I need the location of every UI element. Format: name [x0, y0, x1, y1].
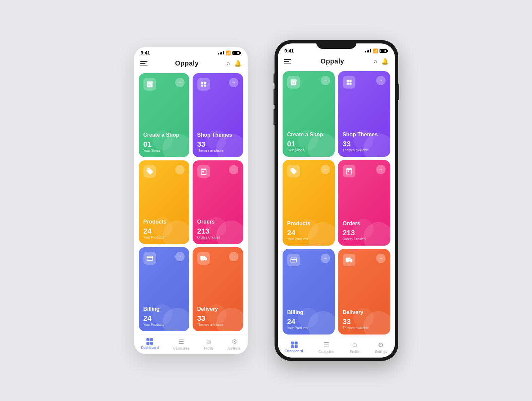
card-number: 33: [197, 141, 238, 148]
card-number-m: 33: [343, 140, 386, 148]
card-billing-m[interactable]: → Billing 24 Your Products: [283, 249, 335, 335]
phone-modern-inner: 9:41 📶 Oppaly ⌕ 🔔: [278, 43, 395, 358]
dashboard-icon: [146, 338, 153, 345]
battery-icon: [232, 51, 241, 55]
dashboard-icon-m: [291, 342, 298, 348]
card-title: Delivery: [197, 306, 238, 312]
cards-grid-flat: → Create a Shop 01 Your Shops → Shop The…: [134, 71, 248, 335]
nav-categories-m[interactable]: ☰ Categories: [318, 341, 334, 354]
battery-icon-modern: [380, 49, 388, 53]
nav-categories[interactable]: ☰ Categories: [173, 338, 189, 350]
card-billing[interactable]: → Billing 24 Your Products: [139, 247, 189, 331]
card-title: Products: [143, 219, 185, 225]
wifi-icon: 📶: [225, 50, 231, 55]
bell-icon-modern[interactable]: 🔔: [381, 58, 389, 65]
arrow-icon-m: →: [321, 165, 330, 174]
card-title-m: Create a Shop: [287, 132, 330, 138]
phone-modern: 9:41 📶 Oppaly ⌕ 🔔: [275, 40, 398, 361]
app-header: Oppaly ⌕ 🔔: [134, 57, 248, 71]
card-title: Shop Themes: [197, 132, 238, 138]
profile-icon-m: ☺: [351, 341, 358, 349]
arrow-icon: →: [229, 165, 238, 174]
billing-icon-m: [287, 254, 300, 266]
card-orders-m[interactable]: → Orders 213 Orders Created: [338, 160, 390, 246]
nav-label-dashboard-m: Dashboard: [286, 349, 303, 353]
nav-label-categories: Categories: [173, 347, 189, 350]
truck-icon-m: [343, 254, 355, 266]
shop-icon: [143, 78, 156, 91]
wifi-icon-modern: 📶: [373, 48, 378, 53]
signal-icon: [218, 51, 224, 54]
app-header-modern: Oppaly ⌕ 🔔: [278, 55, 395, 69]
card-title-m: Orders: [343, 221, 386, 227]
status-icons: 📶: [218, 50, 241, 55]
profile-icon: ☺: [205, 338, 212, 346]
menu-icon-modern[interactable]: [284, 59, 291, 64]
card-delivery-m[interactable]: → Delivery 33 Themes available: [338, 249, 390, 335]
card-products[interactable]: → Products 24 Your Products: [139, 160, 189, 244]
menu-icon[interactable]: [140, 61, 147, 66]
card-number-m: 213: [343, 229, 386, 237]
bell-icon[interactable]: 🔔: [234, 60, 241, 67]
search-icon[interactable]: ⌕: [226, 60, 230, 67]
side-button-left3: [274, 109, 275, 125]
billing-icon: [143, 252, 156, 265]
tag-icon-m: [287, 165, 300, 177]
card-number: 213: [197, 228, 238, 235]
status-time: 9:41: [141, 50, 150, 55]
card-subtitle: Themes available: [197, 323, 238, 326]
arrow-icon: →: [175, 78, 185, 87]
arrow-icon-m: →: [376, 254, 386, 263]
card-subtitle-m: Themes available: [343, 326, 386, 330]
nav-label-categories-m: Categories: [318, 350, 334, 354]
arrow-icon-m: →: [376, 165, 386, 174]
arrow-icon-m: →: [376, 76, 386, 85]
card-subtitle: Your Products: [143, 236, 185, 239]
nav-label-profile: Profile: [204, 347, 213, 350]
app-title: Oppaly: [175, 59, 199, 67]
card-subtitle: Your Shops: [143, 149, 185, 152]
status-time-modern: 9:41: [285, 48, 294, 53]
nav-label-settings: Settings: [228, 347, 240, 350]
card-subtitle: Your Products: [143, 323, 185, 326]
app-title-modern: Oppaly: [321, 57, 344, 65]
phone-flat: 9:41 📶 Oppaly ⌕ 🔔: [134, 47, 248, 354]
card-products-m[interactable]: → Products 24 Your Products: [283, 160, 335, 246]
arrow-icon-m: →: [321, 76, 330, 85]
card-number: 24: [143, 228, 185, 235]
bottom-nav-modern: Dashboard ☰ Categories ☺ Profile ⚙ Setti…: [278, 338, 395, 358]
nav-profile-m[interactable]: ☺ Profile: [350, 341, 359, 354]
card-subtitle-m: Your Products: [287, 326, 330, 330]
themes-icon-m: [343, 76, 355, 89]
nav-dashboard-m[interactable]: Dashboard: [286, 342, 303, 353]
calendar-icon: [197, 165, 210, 178]
card-subtitle-m: Your Shops: [287, 148, 330, 152]
arrow-icon-m: →: [321, 254, 330, 263]
header-actions-modern: ⌕ 🔔: [374, 58, 389, 65]
nav-label-profile-m: Profile: [350, 350, 359, 354]
cards-grid-modern: → Create a Shop 01 Your Shops → Shop Th: [278, 69, 395, 338]
status-bar-flat: 9:41 📶: [134, 47, 248, 57]
card-title-m: Shop Themes: [343, 132, 386, 138]
card-create-shop[interactable]: → Create a Shop 01 Your Shops: [139, 73, 189, 157]
card-delivery[interactable]: → Delivery 33 Themes available: [193, 247, 243, 331]
categories-icon-m: ☰: [323, 341, 329, 349]
card-number-m: 24: [287, 229, 330, 237]
nav-label-dashboard: Dashboard: [141, 346, 158, 350]
nav-settings-m[interactable]: ⚙ Settings: [375, 341, 387, 354]
status-icons-modern: 📶: [365, 48, 388, 53]
card-subtitle: Themes available: [197, 149, 238, 152]
arrow-icon: →: [229, 78, 238, 87]
card-shop-themes[interactable]: → Shop Themes 33 Themes available: [193, 73, 243, 157]
card-orders[interactable]: → Orders 213 Orders Created: [193, 160, 243, 244]
card-create-shop-m[interactable]: → Create a Shop 01 Your Shops: [283, 71, 335, 157]
nav-profile[interactable]: ☺ Profile: [204, 338, 213, 350]
nav-dashboard[interactable]: Dashboard: [141, 338, 158, 350]
card-title-m: Billing: [287, 309, 330, 315]
arrow-icon: →: [175, 252, 185, 261]
nav-settings[interactable]: ⚙ Settings: [228, 338, 240, 350]
card-subtitle-m: Themes available: [343, 148, 386, 152]
calendar-icon-m: [343, 165, 355, 177]
card-shop-themes-m[interactable]: → Shop Themes 33 Themes available: [338, 71, 390, 157]
search-icon-modern[interactable]: ⌕: [374, 58, 377, 65]
